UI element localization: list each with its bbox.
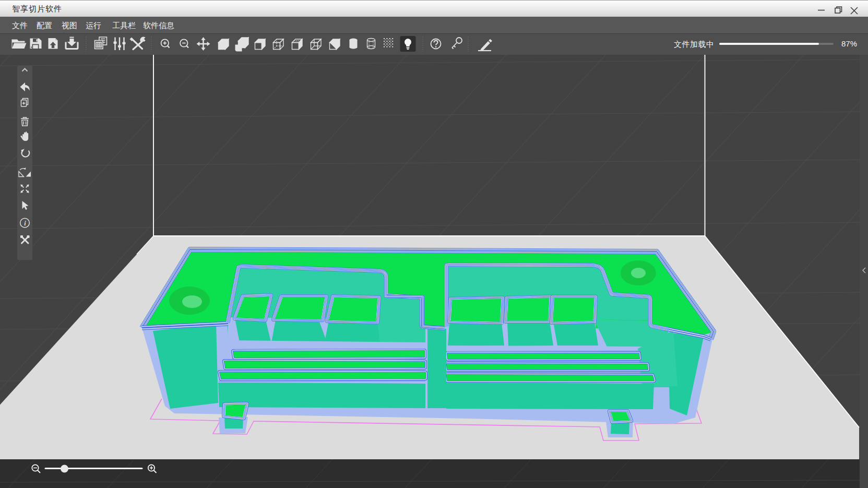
svg-text:i: i [24, 220, 26, 227]
